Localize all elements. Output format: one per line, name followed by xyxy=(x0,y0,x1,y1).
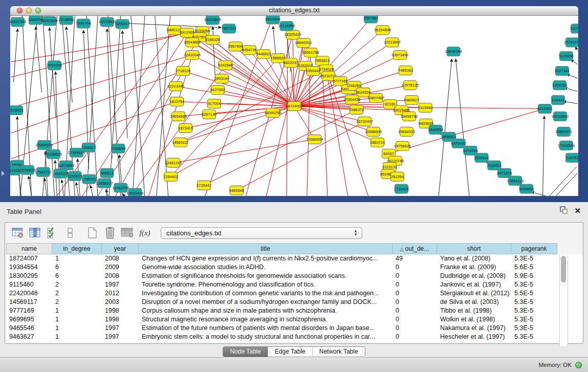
table-cell: Structural magnetic resonance image aver… xyxy=(139,315,393,324)
table-row[interactable]: 1938455462009Genome-wide association stu… xyxy=(6,263,583,272)
citation-edge-black xyxy=(107,32,112,159)
graph-node-label: 18325419 xyxy=(284,32,301,37)
table-column-icon[interactable] xyxy=(28,226,43,240)
graph-node-label: 1015132 xyxy=(382,165,397,169)
table-row[interactable]: 946554611997Estimation of the future num… xyxy=(6,324,583,333)
graph-node-label: 1508117 xyxy=(81,145,96,150)
close-panel-icon[interactable]: ✕ xyxy=(574,207,581,214)
function-builder-icon[interactable]: f(x) xyxy=(137,226,153,240)
table-cell: 2008 xyxy=(102,272,139,280)
table-cell: 0 xyxy=(393,280,437,289)
network-canvas[interactable]: 8860123891295582260589327508165438628186… xyxy=(10,16,578,196)
graph-node-label: 22420046 xyxy=(184,53,201,57)
table-cell: Wolkin et al. (1998) xyxy=(437,315,511,324)
column-header-short[interactable]: short xyxy=(437,243,511,254)
panel-edge-grip-icon[interactable] xyxy=(2,171,5,176)
table-cell: 1 xyxy=(52,315,102,324)
graph-node-label: 16720407 xyxy=(356,119,373,124)
graph-node-label: 6479197 xyxy=(451,141,466,146)
column-header-year[interactable]: year xyxy=(102,243,139,254)
citation-edge-black xyxy=(77,186,78,196)
select-checked-icon[interactable] xyxy=(45,226,60,240)
table-cell: 18724007 xyxy=(6,254,52,263)
minimize-window-icon[interactable] xyxy=(26,8,32,13)
scrollbar-thumb[interactable] xyxy=(561,256,566,282)
rows-icon[interactable] xyxy=(62,226,78,240)
table-row[interactable]: 1456911722003Disruption of a novel membe… xyxy=(6,298,583,307)
graph-node-label: 7254402 xyxy=(163,174,178,179)
table-settings-icon[interactable] xyxy=(10,226,26,240)
graph-node-label: 17342737 xyxy=(35,170,52,174)
table-row[interactable]: 977716911998Corpus callosum shape and si… xyxy=(6,307,583,315)
edge-arrowhead xyxy=(211,26,214,30)
edge-arrowhead xyxy=(105,28,108,32)
graph-node-label: 8215953 xyxy=(537,106,552,111)
column-header-pagerank[interactable]: pagerank xyxy=(511,243,557,254)
column-header-in_degree[interactable]: in_degree xyxy=(52,243,102,254)
table-row[interactable]: 2242004622012Investigating the contribut… xyxy=(6,289,583,298)
table-cell: 0 xyxy=(393,324,437,333)
table-panel-title: Table Panel xyxy=(7,208,41,215)
window-titlebar[interactable]: citations_edges.txt xyxy=(10,6,578,16)
graph-node-label: 7955812 xyxy=(315,58,330,63)
table-row[interactable]: 911546021997Tourette syndrome. Phenomeno… xyxy=(6,280,583,289)
graph-node-label: 10973493 xyxy=(391,53,408,57)
graph-node-label: 7485063 xyxy=(398,68,413,73)
table-row[interactable]: 1830029562008Estimation of significance … xyxy=(6,272,583,280)
graph-node-label: 10807487 xyxy=(367,96,384,100)
combo-updown-icon: ▲▼ xyxy=(354,229,358,236)
table-cell: Jankovic et al. (1997) xyxy=(437,280,511,289)
column-header-out_de[interactable]: △out_de... xyxy=(393,243,437,254)
zoom-window-icon[interactable] xyxy=(35,8,41,13)
table-row[interactable]: 1872400712008Changes of HCN gene express… xyxy=(6,254,583,263)
graph-node-label: 8822037 xyxy=(283,60,298,65)
table-cell: 0 xyxy=(393,272,437,280)
table-cell: 2 xyxy=(52,280,102,289)
table-cell: 9465546 xyxy=(6,324,52,333)
table-row[interactable]: 969969511998Structural magnetic resonanc… xyxy=(6,315,583,324)
table-selector-dropdown[interactable]: citations_edges.txt ▲▼ xyxy=(161,227,362,239)
table-cell: 0 xyxy=(393,298,437,307)
citation-edge-black xyxy=(45,182,47,196)
graph-node-label: 2803144 xyxy=(214,76,229,81)
table-vertical-scrollbar[interactable] xyxy=(559,255,568,346)
table-cell: 2008 xyxy=(102,254,139,263)
citation-edge-black xyxy=(556,173,578,196)
close-window-icon[interactable] xyxy=(17,8,23,13)
graph-node-label: 1640954 xyxy=(428,127,443,132)
graph-node-label: 746266 xyxy=(348,83,361,88)
graph-node-label: 12923448 xyxy=(126,191,143,195)
table-cell: 2 xyxy=(52,289,102,298)
graph-node-label: 1880724 xyxy=(370,140,385,145)
graph-node-label: 1209358 xyxy=(552,83,567,87)
table-header-row: namein_degreeyeartitle△out_de...shortpag… xyxy=(6,243,583,254)
graph-node-label: 154519 xyxy=(54,171,67,176)
float-panel-icon[interactable] xyxy=(560,206,568,214)
table-row[interactable]: 946362711997Embryonic stem cells: a mode… xyxy=(6,333,583,341)
graph-node-label: 12213343 xyxy=(167,84,184,89)
graph-node-label: 252254 xyxy=(391,174,404,179)
table-cell: 2003 xyxy=(102,298,139,307)
table-cell: Genome-wide association studies in ADHD. xyxy=(139,263,393,272)
table-selector-value: citations_edges.txt xyxy=(161,229,222,237)
new-document-icon[interactable] xyxy=(85,226,100,240)
graph-node-label: 2160894 xyxy=(111,146,125,151)
citation-network-graph[interactable]: 8860123891295582260589327508165438628186… xyxy=(10,16,578,196)
edge-arrowhead xyxy=(121,30,124,34)
graph-node-label: 10688609 xyxy=(365,129,382,134)
delete-trash-icon[interactable] xyxy=(102,226,118,240)
network-window: citations_edges.txt 88601238912955822605… xyxy=(10,6,578,196)
table-cell: 1998 xyxy=(102,315,139,324)
memory-status-label: Memory: OK xyxy=(538,362,572,368)
tab-edge-table[interactable]: Edge Table xyxy=(268,347,312,357)
citation-edge-black xyxy=(567,102,577,103)
table-cell: 14569117 xyxy=(6,298,52,307)
column-header-title[interactable]: title xyxy=(139,243,393,254)
graph-node-label: 905513 xyxy=(101,171,114,176)
graph-node-label: 16210643 xyxy=(552,114,569,119)
tab-node-table[interactable]: Node Table xyxy=(223,347,268,357)
table-cell: 9777169 xyxy=(6,307,52,315)
tab-network-table[interactable]: Network Table xyxy=(312,347,365,357)
column-header-name[interactable]: name xyxy=(6,243,52,254)
edge-arrowhead xyxy=(28,176,31,179)
